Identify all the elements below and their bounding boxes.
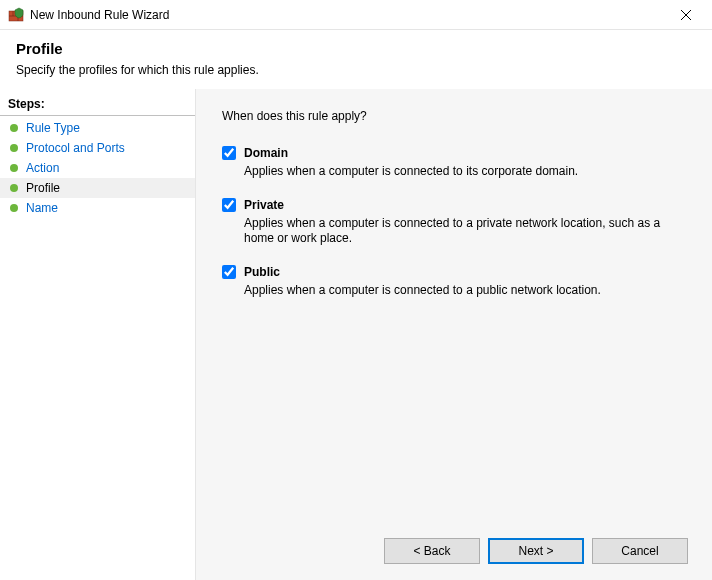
page-title: Profile: [16, 40, 696, 57]
steps-sidebar: Steps: Rule Type Protocol and Ports Acti…: [0, 89, 196, 580]
public-checkbox[interactable]: [222, 265, 236, 279]
bullet-icon: [10, 164, 18, 172]
domain-checkbox[interactable]: [222, 146, 236, 160]
close-button[interactable]: [666, 1, 706, 29]
step-name[interactable]: Name: [0, 198, 195, 218]
step-profile[interactable]: Profile: [0, 178, 195, 198]
step-label: Action: [26, 161, 59, 175]
wizard-footer: < Back Next > Cancel: [222, 528, 688, 580]
option-public: Public Applies when a computer is connec…: [222, 264, 688, 298]
step-label: Profile: [26, 181, 60, 195]
step-action[interactable]: Action: [0, 158, 195, 178]
header: Profile Specify the profiles for which t…: [0, 30, 712, 89]
private-label: Private: [244, 197, 688, 213]
domain-label: Domain: [244, 145, 688, 161]
firewall-icon: [8, 7, 24, 23]
bullet-icon: [10, 184, 18, 192]
step-label: Name: [26, 201, 58, 215]
step-rule-type[interactable]: Rule Type: [0, 118, 195, 138]
private-description: Applies when a computer is connected to …: [244, 216, 688, 246]
question-text: When does this rule apply?: [222, 109, 688, 123]
bullet-icon: [10, 204, 18, 212]
back-button[interactable]: < Back: [384, 538, 480, 564]
domain-description: Applies when a computer is connected to …: [244, 164, 688, 179]
bullet-icon: [10, 144, 18, 152]
public-description: Applies when a computer is connected to …: [244, 283, 688, 298]
bullet-icon: [10, 124, 18, 132]
step-label: Rule Type: [26, 121, 80, 135]
next-button[interactable]: Next >: [488, 538, 584, 564]
page-subtitle: Specify the profiles for which this rule…: [16, 63, 696, 77]
cancel-button[interactable]: Cancel: [592, 538, 688, 564]
titlebar: New Inbound Rule Wizard: [0, 0, 712, 30]
public-label: Public: [244, 264, 688, 280]
private-checkbox[interactable]: [222, 198, 236, 212]
option-private: Private Applies when a computer is conne…: [222, 197, 688, 246]
close-icon: [681, 10, 691, 20]
main-panel: When does this rule apply? Domain Applie…: [196, 89, 712, 580]
steps-heading: Steps:: [0, 93, 195, 116]
option-domain: Domain Applies when a computer is connec…: [222, 145, 688, 179]
step-label: Protocol and Ports: [26, 141, 125, 155]
step-protocol-and-ports[interactable]: Protocol and Ports: [0, 138, 195, 158]
window-title: New Inbound Rule Wizard: [30, 8, 666, 22]
